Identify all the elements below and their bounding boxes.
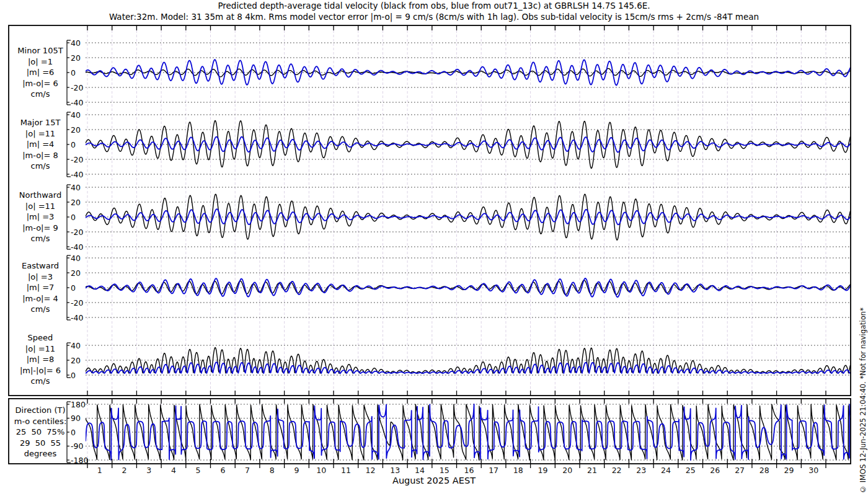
day-label-17: 17 xyxy=(489,466,498,475)
imos-watermark: © IMOS 12-Jun-2025 21:04:40. *Not for na… xyxy=(859,241,867,494)
day-label-3: 3 xyxy=(146,466,151,475)
tidal-velocity-chart-canvas: 40200-20-4040200-20-4040200-20-4040200-2… xyxy=(0,0,868,496)
day-label-25: 25 xyxy=(686,466,696,475)
day-label-14: 14 xyxy=(415,466,425,475)
day-label-11: 11 xyxy=(341,466,351,475)
panel-label-eastward: Eastward|o| =3|m| =7|m-o|= 4cm/s xyxy=(0,260,81,315)
panel-major-curves xyxy=(86,121,850,169)
x-axis-title: August 2025 AEST xyxy=(0,476,868,485)
day-label-12: 12 xyxy=(366,466,376,475)
day-label-26: 26 xyxy=(710,466,720,475)
day-label-28: 28 xyxy=(760,466,769,475)
panel-label-speed: Speed|o| =11|m| =8|m|-|o|= 6cm/s xyxy=(0,332,81,387)
day-label-20: 20 xyxy=(562,466,572,475)
panel-label-minor: Minor 105T|o| =1|m| =6|m-o|= 6cm/s xyxy=(0,45,81,100)
plot-frames xyxy=(9,25,851,464)
day-label-9: 9 xyxy=(294,466,299,475)
day-label-23: 23 xyxy=(636,466,646,475)
day-label-6: 6 xyxy=(220,466,225,475)
day-label-8: 8 xyxy=(270,466,275,475)
panel-eastward-curves xyxy=(86,278,850,297)
day-label-22: 22 xyxy=(612,466,622,475)
day-label-16: 16 xyxy=(464,466,474,475)
panel-label-major: Major 15T|o| =11|m| =4|m-o|= 8cm/s xyxy=(0,117,81,172)
day-label-10: 10 xyxy=(316,466,326,475)
panel-minor-curves xyxy=(86,60,850,85)
day-labels: 1234567891011121314151617181920212223242… xyxy=(97,466,818,475)
horizontal-tick-gridlines xyxy=(86,43,851,460)
day-label-15: 15 xyxy=(440,466,450,475)
day-label-29: 29 xyxy=(784,466,794,475)
panel-northward-curves xyxy=(86,194,850,240)
y-axes: 40200-20-4040200-20-4040200-20-4040200-2… xyxy=(67,38,88,465)
day-label-5: 5 xyxy=(196,466,201,475)
day-label-18: 18 xyxy=(513,466,523,475)
day-label-2: 2 xyxy=(122,466,127,475)
day-label-21: 21 xyxy=(587,466,597,475)
day-label-13: 13 xyxy=(390,466,400,475)
panel-label-northward: Northward|o| =11|m| =3|m-o|= 9cm/s xyxy=(0,190,81,244)
panel-label-direction: Direction (T)m-o centiles:25 50 75%29 50… xyxy=(0,405,81,459)
vertical-day-gridlines xyxy=(87,26,826,463)
day-label-4: 4 xyxy=(171,466,176,475)
day-label-7: 7 xyxy=(245,466,250,475)
day-label-24: 24 xyxy=(661,466,671,475)
day-label-19: 19 xyxy=(538,466,548,475)
day-label-1: 1 xyxy=(97,466,102,475)
day-label-30: 30 xyxy=(808,466,818,475)
day-label-27: 27 xyxy=(735,466,745,475)
